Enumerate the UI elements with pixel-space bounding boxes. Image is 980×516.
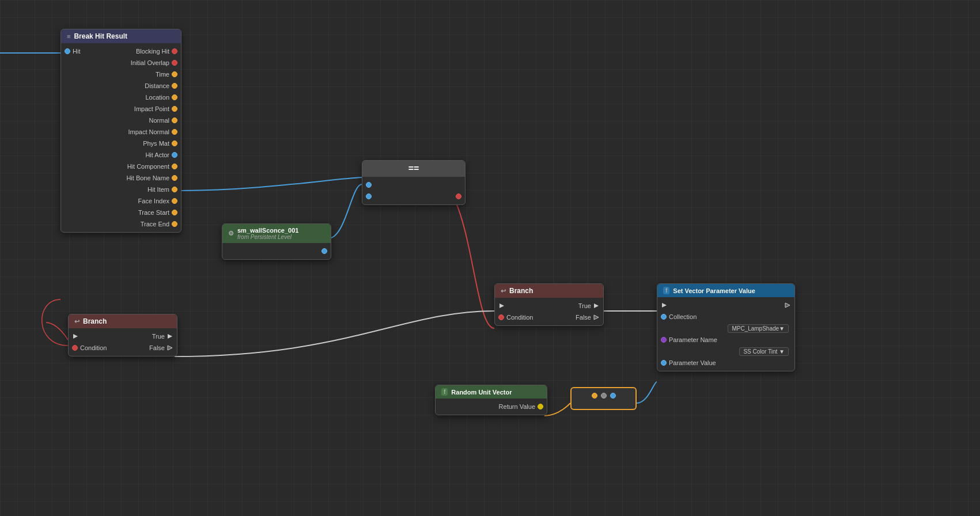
svg-marker-4 — [500, 303, 504, 308]
random-vector-node: f Random Unit Vector Return Value — [435, 385, 547, 415]
break-hit-result-icon: ≡ — [67, 33, 70, 40]
trace-end-row: Trace End — [61, 218, 181, 230]
break-hit-result-body: Hit Blocking Hit Initial Overlap Time — [61, 43, 181, 232]
equals-body — [362, 177, 465, 204]
impact-point-row: Impact Point — [61, 103, 181, 115]
return-value-row: Return Value — [436, 401, 547, 412]
normal-pin[interactable] — [172, 117, 177, 123]
svg-marker-7 — [662, 303, 667, 308]
sconce-title: ⚙ sm_wallSconce_001 from Persistent Leve… — [222, 224, 331, 243]
branch-left-body: True Condition False — [69, 328, 177, 356]
time-pin[interactable] — [172, 71, 177, 77]
vector-r-pin[interactable] — [592, 393, 597, 399]
exec-center-true-icon — [593, 302, 600, 309]
branch-left-node: ↩ Branch True Condition False — [68, 314, 177, 356]
trace-end-pin[interactable] — [172, 221, 177, 227]
svg-marker-8 — [785, 303, 790, 308]
branch-center-node: ↩ Branch True Condition False — [494, 283, 604, 326]
condition-label-center: Condition — [506, 314, 533, 321]
phys-mat-row: Phys Mat — [61, 138, 181, 149]
phys-mat-pin[interactable] — [172, 141, 177, 146]
branch-center-body: True Condition False — [495, 298, 603, 325]
equals-in1-pin[interactable] — [366, 182, 372, 188]
collection-pin[interactable] — [661, 314, 667, 320]
sconce-node: ⚙ sm_wallSconce_001 from Persistent Leve… — [222, 223, 331, 260]
hit-component-pin[interactable] — [172, 164, 177, 169]
sconce-body — [222, 243, 331, 259]
location-label: Location — [145, 94, 169, 101]
hit-actor-label: Hit Actor — [145, 151, 169, 158]
condition-label-left: Condition — [80, 344, 107, 351]
trace-end-label: Trace End — [141, 221, 169, 227]
param-name-value[interactable]: SS Color Tint ▼ — [739, 347, 789, 356]
branch-center-icon: ↩ — [501, 287, 506, 295]
vector-combine-node — [570, 387, 637, 410]
hit-bone-pin[interactable] — [172, 175, 177, 181]
hit-component-label: Hit Component — [127, 163, 169, 170]
equals-in2-pin[interactable] — [366, 193, 372, 199]
collection-value[interactable]: MPC_LampShade▼ — [728, 324, 789, 333]
branch-center-label: Branch — [509, 287, 533, 295]
set-vector-body: Collection MPC_LampShade▼ Parameter Name… — [657, 297, 794, 371]
hit-label: Hit — [73, 48, 80, 55]
hit-pin[interactable] — [65, 48, 70, 54]
trace-start-row: Trace Start — [61, 207, 181, 218]
true-label-center: True — [578, 302, 591, 309]
random-vector-title: f Random Unit Vector — [436, 385, 547, 399]
impact-normal-row: Impact Normal — [61, 126, 181, 138]
branch-left-cond-pin[interactable] — [72, 345, 78, 351]
equals-in1-row — [362, 179, 465, 191]
impact-normal-pin[interactable] — [172, 129, 177, 135]
return-value-pin[interactable] — [538, 404, 543, 409]
svg-marker-2 — [168, 334, 172, 339]
sconce-output-pin[interactable] — [321, 248, 327, 254]
break-hit-result-title: ≡ Break Hit Result — [61, 29, 181, 43]
branch-left-cond-row: Condition False — [69, 342, 177, 354]
vector-g-pin[interactable] — [601, 393, 607, 399]
branch-center-cond-pin[interactable] — [498, 314, 504, 320]
collection-value-row: MPC_LampShade▼ — [657, 322, 794, 334]
location-row: Location — [61, 92, 181, 103]
hit-item-row: Hit Item — [61, 184, 181, 195]
equals-out-pin[interactable] — [456, 193, 461, 199]
hit-actor-pin[interactable] — [172, 152, 177, 158]
initial-overlap-pin[interactable] — [172, 60, 177, 66]
param-value-row: Parameter Value — [657, 357, 794, 369]
random-vector-icon: f — [441, 388, 448, 396]
sconce-subtitle-text: from Persistent Level — [237, 234, 298, 240]
impact-point-pin[interactable] — [172, 106, 177, 112]
hit-component-row: Hit Component — [61, 161, 181, 172]
blocking-hit-pin[interactable] — [172, 48, 177, 54]
equals-label: == — [408, 164, 419, 174]
branch-center-exec-row: True — [495, 300, 603, 312]
hit-bone-row: Hit Bone Name — [61, 172, 181, 184]
hit-item-pin[interactable] — [172, 187, 177, 192]
false-label-left: False — [149, 344, 165, 351]
impact-point-label: Impact Point — [134, 105, 169, 112]
collection-row: Collection — [657, 311, 794, 322]
hit-actor-row: Hit Actor — [61, 149, 181, 161]
param-value-pin[interactable] — [661, 360, 667, 366]
initial-overlap-label: Initial Overlap — [131, 59, 169, 66]
phys-mat-label: Phys Mat — [143, 140, 169, 147]
equals-node: == — [362, 160, 466, 205]
location-pin[interactable] — [172, 94, 177, 100]
set-vector-icon: f — [663, 287, 669, 294]
distance-pin[interactable] — [172, 83, 177, 89]
set-vector-label: Set Vector Parameter Value — [673, 287, 755, 294]
trace-start-pin[interactable] — [172, 210, 177, 215]
branch-left-icon: ↩ — [74, 318, 80, 325]
exec-false-icon — [167, 344, 173, 351]
initial-overlap-row: Initial Overlap — [61, 57, 181, 69]
face-index-pin[interactable] — [172, 198, 177, 204]
impact-normal-label: Impact Normal — [128, 128, 169, 135]
svg-marker-5 — [594, 303, 599, 308]
vector-b-pin[interactable] — [610, 393, 616, 399]
random-vector-label: Random Unit Vector — [451, 389, 512, 396]
param-name-pin[interactable] — [661, 337, 667, 343]
distance-label: Distance — [145, 82, 169, 89]
set-exec-out-icon — [784, 302, 791, 309]
param-name-label: Parameter Name — [669, 336, 717, 343]
hit-pin-row: Hit Blocking Hit — [61, 45, 181, 57]
set-vector-title: f Set Vector Parameter Value — [657, 284, 794, 297]
